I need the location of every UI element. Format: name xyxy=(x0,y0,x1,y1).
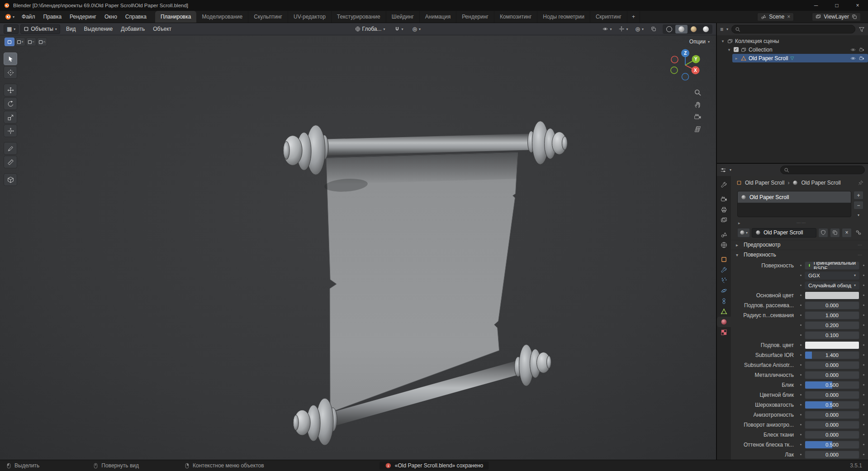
workspace-tab[interactable]: Шейдинг xyxy=(386,11,420,23)
animate-dot[interactable] xyxy=(861,344,866,346)
pin-icon[interactable] xyxy=(858,180,863,186)
shading-rendered-button[interactable] xyxy=(700,25,712,33)
dropdown[interactable]: GGX▾ xyxy=(805,271,859,280)
proportional-editing-toggle[interactable]: ◎ ▾ xyxy=(410,24,424,34)
gizmo-neg-x-handle[interactable] xyxy=(671,56,678,63)
outliner-editor-icon[interactable]: ≡ xyxy=(720,26,723,33)
outliner-search[interactable] xyxy=(731,25,855,33)
new-view-layer-icon[interactable] xyxy=(852,14,857,19)
properties-tab-physics[interactable] xyxy=(717,285,731,296)
animate-dot[interactable] xyxy=(861,275,866,276)
show-overlays-toggle[interactable]: ◎ ▾ xyxy=(633,24,647,34)
decorator-dot[interactable] xyxy=(798,304,803,306)
navigation-gizmo[interactable]: Z Y X xyxy=(665,45,705,85)
material-name-field[interactable]: Old Paper Scroll xyxy=(752,228,816,238)
tool-move[interactable] xyxy=(4,84,17,96)
menu-item[interactable]: Правка xyxy=(39,11,66,23)
shading-wireframe-button[interactable] xyxy=(663,25,675,33)
color-swatch[interactable] xyxy=(805,341,859,349)
workspace-tab[interactable]: Композитинг xyxy=(494,11,537,23)
properties-tab-output[interactable] xyxy=(717,205,731,215)
object-visibility-dropdown[interactable]: ▾ xyxy=(600,24,614,34)
animate-dot[interactable] xyxy=(861,374,866,376)
viewport-options-dropdown[interactable]: Опции ▾ xyxy=(689,38,710,45)
properties-tab-tool[interactable] xyxy=(717,180,731,190)
decorator-dot[interactable] xyxy=(798,444,803,445)
properties-tab-world[interactable] xyxy=(717,240,731,250)
number-field[interactable]: 0.500 xyxy=(805,401,859,409)
snap-toggle[interactable]: ▾ xyxy=(392,24,406,34)
dropdown[interactable]: Случайный обход▾ xyxy=(805,281,859,290)
animate-dot[interactable] xyxy=(861,454,866,455)
properties-tab-data[interactable] xyxy=(717,306,731,317)
fake-user-button[interactable] xyxy=(818,228,828,238)
decorator-dot[interactable] xyxy=(798,394,803,395)
number-field[interactable]: 0.500 xyxy=(805,381,859,389)
add-slot-button[interactable]: + xyxy=(854,191,863,200)
properties-tab-modifiers[interactable] xyxy=(717,265,731,275)
blender-menu-button[interactable]: ▾ xyxy=(2,14,18,20)
decorator-dot[interactable] xyxy=(798,285,803,286)
menu-item[interactable]: Справка xyxy=(121,11,151,23)
select-mode-3[interactable]: ∩ xyxy=(37,38,47,46)
animate-dot[interactable] xyxy=(861,394,866,395)
expand-icon[interactable]: ▸ xyxy=(734,56,739,61)
breadcrumb-material[interactable]: Old Paper Scroll xyxy=(801,180,840,186)
decorator-dot[interactable] xyxy=(798,265,803,266)
browse-material-button[interactable]: ▾ xyxy=(737,228,750,238)
panel-surface[interactable]: ▾ Поверхность ⋯ xyxy=(731,250,868,260)
workspace-tab[interactable]: Планировка xyxy=(155,11,197,23)
properties-tab-scene[interactable] xyxy=(717,229,731,240)
tool-transform[interactable] xyxy=(4,124,17,137)
properties-tab-material[interactable] xyxy=(717,317,731,327)
decorator-dot[interactable] xyxy=(798,404,803,405)
unlink-material-button[interactable]: × xyxy=(842,228,852,238)
slot-list-grip[interactable]: ▸ ⋯⋯ xyxy=(731,219,868,226)
shading-solid-button[interactable] xyxy=(675,25,688,33)
decorator-dot[interactable] xyxy=(798,275,803,276)
decorator-dot[interactable] xyxy=(798,424,803,425)
filter-icon[interactable] xyxy=(859,26,865,33)
animate-dot[interactable] xyxy=(861,314,866,316)
viewport-canvas[interactable]: +−∩ Опции ▾ Z xyxy=(0,35,716,460)
decorator-dot[interactable] xyxy=(798,434,803,435)
minimize-button[interactable]: ─ xyxy=(806,0,826,11)
workspace-tab[interactable]: Ноды геометрии xyxy=(537,11,590,23)
animate-dot[interactable] xyxy=(861,364,866,366)
animate-dot[interactable] xyxy=(861,354,866,356)
outliner-row-collection[interactable]: ▾ ✓ Collection xyxy=(717,45,868,54)
workspace-tab[interactable]: UV-редактор xyxy=(288,11,332,23)
workspace-tab[interactable]: Моделирование xyxy=(196,11,248,23)
maximize-button[interactable]: □ xyxy=(826,0,847,11)
animate-dot[interactable] xyxy=(861,285,866,286)
viewport-menu[interactable]: Выделение xyxy=(80,26,117,32)
decorator-dot[interactable] xyxy=(798,384,803,385)
number-field[interactable]: 0.000 xyxy=(805,451,859,459)
gizmo-neg-y-handle[interactable] xyxy=(671,67,678,74)
expand-icon[interactable]: ▾ xyxy=(721,39,725,43)
outliner-row-scene-collection[interactable]: ▾ Коллекция сцены xyxy=(717,37,868,45)
remove-slot-button[interactable]: − xyxy=(854,201,863,209)
viewport-menu[interactable]: Вид xyxy=(62,26,80,32)
color-swatch[interactable] xyxy=(805,291,859,300)
camera-view-icon[interactable] xyxy=(694,113,702,121)
select-mode-0[interactable] xyxy=(5,38,14,46)
animate-dot[interactable] xyxy=(861,295,866,296)
workspace-tab[interactable]: Скульптинг xyxy=(248,11,288,23)
workspace-tab[interactable]: Текстурирование xyxy=(332,11,386,23)
properties-tab-texture[interactable] xyxy=(717,327,731,338)
toggle-perspective-icon[interactable] xyxy=(694,125,702,133)
expand-icon[interactable]: ▾ xyxy=(727,48,731,52)
resize-grip-icon[interactable]: ⋯⋯ xyxy=(797,220,806,225)
animate-dot[interactable] xyxy=(861,324,866,326)
animate-dot[interactable] xyxy=(861,334,866,336)
decorator-dot[interactable] xyxy=(798,295,803,296)
material-slot-list[interactable]: Old Paper Scroll xyxy=(737,191,851,217)
number-field[interactable]: 0.000 xyxy=(805,391,859,399)
properties-search[interactable] xyxy=(780,166,865,174)
number-field[interactable]: 0.000 xyxy=(805,361,859,369)
animate-dot[interactable] xyxy=(861,444,866,445)
disable-render-icon[interactable] xyxy=(859,47,864,52)
pan-hand-icon[interactable] xyxy=(694,101,702,109)
properties-tab-object[interactable] xyxy=(717,254,731,265)
